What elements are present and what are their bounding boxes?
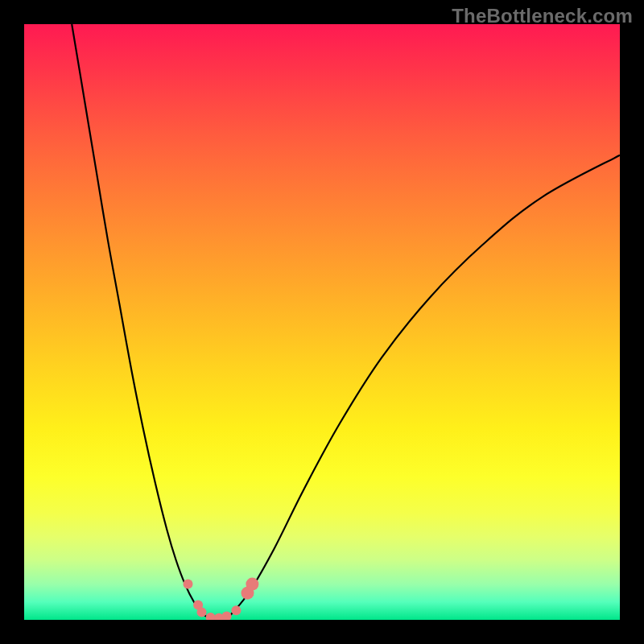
bottleneck-curve: [24, 24, 620, 620]
data-marker: [246, 578, 258, 591]
data-marker: [206, 613, 216, 620]
curve-path: [72, 24, 620, 619]
plot-area: [24, 24, 620, 620]
chart-frame: TheBottleneck.com: [0, 0, 644, 644]
data-marker: [197, 607, 207, 617]
data-marker: [222, 612, 232, 620]
watermark-text: TheBottleneck.com: [452, 5, 633, 27]
data-marker: [231, 605, 241, 615]
marker-group: [184, 578, 259, 620]
data-marker: [184, 580, 193, 589]
